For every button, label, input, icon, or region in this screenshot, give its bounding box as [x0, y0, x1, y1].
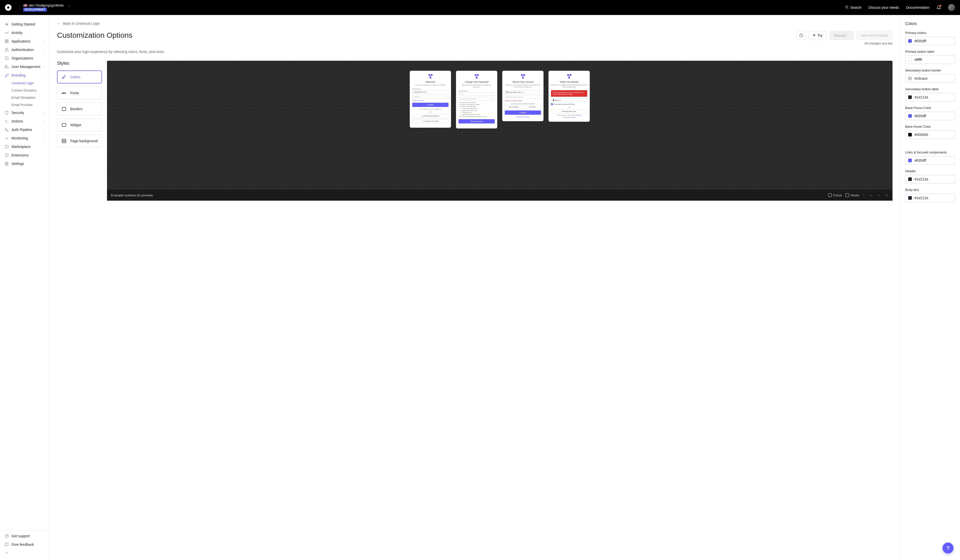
svg-rect-3: [5, 40, 6, 41]
svg-rect-8: [5, 57, 8, 60]
sidebar-item-auth-pipeline[interactable]: Auth Pipeline›: [0, 126, 49, 134]
store-icon: [5, 144, 9, 149]
sidebar-item-settings[interactable]: Settings: [0, 160, 49, 168]
docs-link[interactable]: Documentation: [906, 5, 930, 10]
svg-point-11: [5, 65, 7, 67]
svg-marker-2: [5, 22, 8, 26]
changes-status: All changes are live: [57, 41, 893, 45]
color-input-primary-button-label[interactable]: #ffffff: [905, 56, 955, 64]
color-swatch: [908, 133, 912, 137]
help-icon: [5, 534, 9, 538]
sidebar-subitem-universal-login[interactable]: Universal Login: [0, 80, 49, 87]
notification-dot: [940, 5, 941, 6]
preview-verify-identity: Verify Your Identity We've sent a notifi…: [549, 71, 590, 122]
color-swatch: [908, 114, 912, 118]
chevron-down-icon: ⌄: [847, 34, 849, 37]
back-link[interactable]: ← Back to Universal Login: [57, 21, 893, 26]
sidebar-subitem-email-templates[interactable]: Email Templates: [0, 94, 49, 101]
zoom-in-icon[interactable]: +: [885, 193, 888, 198]
color-label: Primary button: [905, 31, 955, 35]
color-input-secondary-button-label[interactable]: #1e212a: [905, 93, 955, 101]
svg-rect-6: [5, 41, 6, 43]
colors-panel: Colors Primary button #635dff Primary bu…: [900, 15, 960, 560]
preview-change-password: Change Your Password Enter a new passwor…: [456, 71, 497, 128]
color-swatch: [908, 39, 912, 43]
svg-rect-4: [7, 40, 8, 41]
color-label: Primary button label: [905, 50, 955, 53]
sidebar-item-security[interactable]: Security›: [0, 108, 49, 117]
divider: [19, 5, 20, 11]
color-value: #635dff: [915, 39, 926, 43]
preview-footer: Example screens for preview. Focus Hover…: [107, 190, 893, 201]
svg-point-13: [5, 128, 6, 129]
color-swatch: [908, 158, 912, 163]
sidebar-item-branding[interactable]: Branding›: [0, 71, 49, 80]
sidebar-item-user-management[interactable]: User Management›: [0, 62, 49, 71]
focus-toggle[interactable]: Focus: [828, 193, 842, 197]
sidebar-item-getting-started[interactable]: Getting Started: [0, 20, 49, 29]
color-value: #1e212a: [915, 196, 928, 200]
chevron-right-icon: ›: [44, 137, 45, 140]
sidebar-item-extensions[interactable]: Extensions: [0, 151, 49, 160]
collapse-sidebar[interactable]: [0, 549, 49, 557]
play-icon: [813, 34, 816, 37]
style-card-widget[interactable]: Widget: [57, 118, 102, 131]
color-input-base-hover-color[interactable]: #000000: [905, 131, 955, 139]
zoom-out-icon[interactable]: −: [877, 193, 881, 198]
tenant-selector[interactable]: 🇺🇸 dev-74odtgmg1gn36n6s ⌄ DEVELOPMENT: [23, 3, 70, 11]
save-publish-button[interactable]: Save And Publish: [856, 31, 893, 40]
color-input-primary-button[interactable]: #635dff: [905, 37, 955, 45]
user-avatar[interactable]: [948, 4, 955, 11]
get-support[interactable]: Get support: [0, 532, 49, 540]
chart-icon: [5, 30, 9, 35]
color-swatch: [908, 77, 912, 80]
chevron-right-icon: ›: [44, 74, 45, 77]
hover-toggle[interactable]: Hover: [845, 193, 859, 197]
color-input-base-focus-color[interactable]: #635dff: [905, 112, 955, 120]
bars-icon: [5, 136, 9, 140]
help-fab[interactable]: ?: [942, 542, 954, 554]
page-title: Customization Options: [57, 31, 133, 40]
color-label: Base Hover Color: [905, 125, 955, 128]
color-input-body-text[interactable]: #1e212a: [905, 194, 955, 202]
color-label: Body text: [905, 188, 955, 191]
style-card-fonts[interactable]: abcFonts: [57, 86, 102, 99]
search-button[interactable]: Search: [845, 5, 861, 10]
sidebar-item-monitoring[interactable]: Monitoring›: [0, 134, 49, 142]
sidebar-item-marketplace[interactable]: Marketplace: [0, 142, 49, 151]
notifications-button[interactable]: [936, 5, 941, 10]
style-card-colors[interactable]: Colors: [57, 70, 102, 83]
sidebar-item-actions[interactable]: Actions›: [0, 117, 49, 126]
svg-line-1: [848, 8, 848, 8]
sidebar-item-applications[interactable]: Applications›: [0, 37, 49, 45]
help-button[interactable]: [797, 31, 806, 40]
color-label: Secondary button label: [905, 87, 955, 91]
color-input-header[interactable]: #1e212a: [905, 175, 955, 183]
color-input-secondary-button-border[interactable]: #c9cace: [905, 74, 955, 83]
style-card-borders[interactable]: Borders: [57, 102, 102, 115]
style-card-page-background[interactable]: Page background: [57, 134, 102, 147]
svg-rect-26: [62, 123, 66, 126]
sidebar-item-authentication[interactable]: Authentication›: [0, 45, 49, 54]
try-button[interactable]: Try: [809, 31, 827, 40]
shield-icon: [5, 110, 9, 115]
preview-welcome: Welcome Log in to My Company to continue…: [410, 71, 451, 128]
auth0-logo[interactable]: [5, 4, 11, 11]
sidebar-subitem-email-provider[interactable]: Email Provider: [0, 101, 49, 108]
discard-button[interactable]: Discard ⌄: [830, 31, 853, 40]
color-label: Base Focus Color: [905, 106, 955, 110]
color-value: #000000: [915, 133, 928, 137]
color-input-links-focused-components[interactable]: #635dff: [905, 156, 955, 165]
svg-rect-18: [5, 154, 8, 157]
sidebar-item-organizations[interactable]: Organizations: [0, 54, 49, 62]
color-swatch: [908, 95, 912, 99]
chevron-right-icon: ›: [44, 111, 45, 114]
svg-rect-28: [62, 139, 66, 143]
fit-icon[interactable]: ↔: [869, 193, 874, 198]
discuss-link[interactable]: Discuss your needs: [869, 5, 899, 10]
sidebar-item-activity[interactable]: Activity: [0, 29, 49, 37]
colors-panel-title: Colors: [905, 21, 955, 26]
feedback-icon: [5, 542, 9, 547]
give-feedback[interactable]: Give feedback: [0, 540, 49, 549]
sidebar-subitem-custom-domains[interactable]: Custom Domains: [0, 87, 49, 94]
